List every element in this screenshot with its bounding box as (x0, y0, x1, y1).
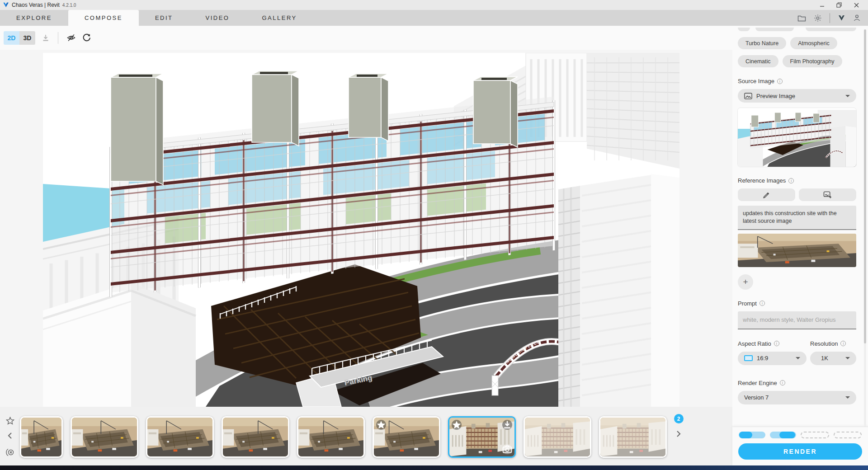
source-image-preview[interactable] (738, 108, 856, 167)
filmstrip-prev-button[interactable] (5, 432, 15, 441)
filmstrip-thumbnail-9[interactable] (599, 416, 667, 458)
style-pill-cinematic[interactable]: Cinematic (738, 55, 778, 67)
reference-note[interactable]: updates this construction site with the … (738, 206, 856, 230)
style-pill-film-photography[interactable]: Film Photography (783, 55, 842, 67)
person-icon (853, 14, 861, 22)
style-pill-atmospheric[interactable]: Atmospheric (790, 37, 837, 49)
eye-off-icon (66, 33, 76, 42)
reference-images-label: Reference Images i (738, 177, 856, 184)
filmstrip-thumbnail-4[interactable] (222, 416, 289, 458)
download-icon (502, 420, 512, 430)
resolution-dropdown[interactable]: 1K (810, 352, 856, 365)
tab-explore[interactable]: EXPLORE (0, 10, 68, 26)
render-engine-label: Render Engine i (738, 380, 856, 386)
download-view-button[interactable] (42, 34, 50, 42)
view-mode-segmented-control: 2D 3D (4, 31, 35, 45)
deselect-all-button[interactable] (5, 448, 14, 457)
reference-image-thumbnail[interactable] (738, 234, 856, 267)
render-queue-badge: 2 (674, 414, 684, 423)
filmstrip-thumbnail-2[interactable] (71, 416, 138, 458)
scrolled-pill-stubs (738, 28, 856, 31)
filmstrip-thumbnail-6[interactable] (373, 416, 440, 458)
source-image-label: Source Image i (738, 78, 856, 85)
minimize-button[interactable] (816, 0, 828, 9)
render-action-area: RENDER (732, 427, 868, 465)
add-reference-button[interactable]: + (738, 274, 753, 290)
viewport-area: Parking SNOWDON PLACE (0, 50, 732, 407)
toolbar-separator (58, 32, 58, 44)
settings-button[interactable] (814, 14, 822, 22)
compose-settings-panel: Turbo Nature Atmospheric Cinematic Film … (732, 26, 868, 465)
add-reference-image-button[interactable] (799, 188, 856, 201)
tab-gallery[interactable]: GALLERY (245, 10, 313, 26)
chevron-down-icon (845, 95, 850, 97)
window-version: 4.2.1.0 (62, 3, 76, 8)
restore-button[interactable] (833, 0, 845, 9)
tab-compose[interactable]: COMPOSE (68, 10, 139, 26)
prompt-input[interactable] (738, 311, 856, 329)
chevron-left-icon (7, 432, 13, 439)
camera-icon (502, 444, 512, 454)
download-icon (42, 34, 50, 42)
refresh-icon (82, 33, 91, 42)
pencil-icon (763, 191, 770, 199)
chaos-v-icon (838, 14, 845, 22)
favorites-filter-button[interactable] (6, 417, 14, 425)
view-3d-button[interactable]: 3D (19, 31, 35, 45)
account-button[interactable] (853, 14, 861, 22)
info-icon[interactable]: i (777, 79, 783, 84)
render-progress-segment-2 (770, 432, 797, 438)
render-progress-indicators (739, 432, 862, 438)
source-image-dropdown[interactable]: Preview Image (738, 89, 856, 103)
filmstrip-next-button[interactable] (673, 430, 684, 439)
tab-edit[interactable]: EDIT (139, 10, 189, 26)
chevron-down-icon (845, 396, 850, 399)
deselect-icon (5, 448, 14, 457)
chevron-down-icon (845, 357, 850, 359)
chaos-veras-logo-icon (3, 2, 9, 8)
info-icon[interactable]: i (840, 341, 846, 346)
refresh-button[interactable] (82, 33, 91, 42)
tab-video[interactable]: VIDEO (189, 10, 246, 26)
render-progress-segment-1 (739, 432, 765, 438)
star-icon (6, 417, 14, 425)
render-engine-dropdown[interactable]: Version 7 (738, 391, 856, 404)
starred-badge[interactable] (376, 420, 386, 430)
style-pill-turbo-nature[interactable]: Turbo Nature (738, 37, 786, 49)
info-icon[interactable]: i (760, 301, 765, 306)
info-icon[interactable]: i (774, 341, 779, 346)
close-button[interactable] (850, 0, 863, 9)
edit-reference-button[interactable] (738, 188, 795, 201)
chevron-down-icon (796, 357, 800, 359)
view-2d-button[interactable]: 2D (4, 31, 19, 45)
filmstrip-thumbnail-1[interactable] (20, 416, 63, 458)
resolution-label: Resolution i (810, 340, 856, 347)
filmstrip-thumbnail-5[interactable] (297, 416, 365, 458)
render-button[interactable]: RENDER (738, 443, 862, 460)
render-camera-button[interactable] (502, 444, 512, 454)
render-progress-segment-3 (801, 432, 829, 438)
aspect-ratio-icon (744, 355, 753, 361)
viewport-toolbar: 2D 3D (0, 26, 732, 50)
gear-icon (814, 14, 822, 22)
toolbar-separator (830, 13, 830, 23)
star-icon (376, 420, 386, 430)
filmstrip-thumbnail-7[interactable] (448, 416, 516, 458)
info-icon[interactable]: i (780, 380, 785, 385)
folder-icon (797, 14, 806, 22)
aspect-ratio-dropdown[interactable]: 16:9 (738, 352, 807, 365)
main-tab-bar: EXPLORE COMPOSE EDIT VIDEO GALLERY (0, 10, 868, 26)
viewport-canvas[interactable]: Parking SNOWDON PLACE (43, 53, 679, 407)
hide-overlay-button[interactable] (66, 33, 76, 42)
download-render-button[interactable] (502, 420, 512, 430)
filmstrip-thumbnail-3[interactable] (146, 416, 214, 458)
starred-badge[interactable] (452, 420, 462, 430)
star-icon (452, 420, 462, 430)
info-icon[interactable]: i (788, 178, 794, 183)
image-icon (744, 93, 752, 99)
chaos-menu-button[interactable] (838, 14, 845, 22)
filmstrip-thumbnail-8[interactable] (524, 416, 591, 458)
sidebar-scrollbar[interactable] (864, 29, 866, 427)
viewport-3d-scene: Parking SNOWDON PLACE (43, 53, 679, 407)
open-folder-button[interactable] (797, 14, 806, 22)
